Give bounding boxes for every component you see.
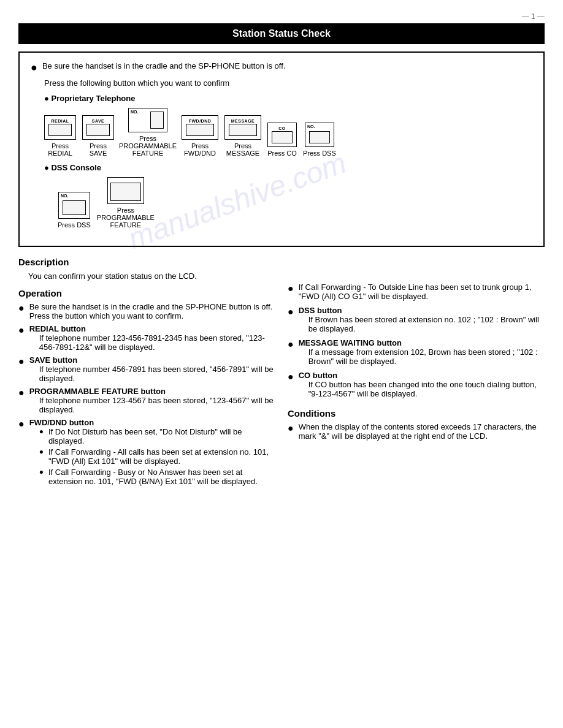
dss-console-label: ● DSS Console <box>44 163 532 172</box>
co-op-item: ● CO button If CO button has been change… <box>288 371 545 398</box>
redial-graphic: REDIAL <box>44 115 76 140</box>
dss-op-item: ● DSS button If Brown has been stored at… <box>288 306 545 333</box>
fwddnd-sub1: ● If Do Not Disturb has been set, "Do No… <box>39 427 275 446</box>
save-op-item: ● SAVE button If telephone number 456-78… <box>18 355 275 383</box>
bullet-icon: ● <box>288 422 294 434</box>
redial-button-item: REDIAL PressREDIAL <box>44 115 76 157</box>
redial-op-item: ● REDIAL button If telephone number 123-… <box>18 324 275 352</box>
operation-heading: Operation <box>18 288 275 298</box>
prog-op-label: PROGRAMMABLE FEATURE button <box>29 387 275 396</box>
save-op-label: SAVE button <box>29 355 275 365</box>
save-op-text: If telephone number 456-7891 has been st… <box>39 365 275 383</box>
co-caption: Press CO <box>267 150 297 157</box>
redial-op-label: REDIAL button <box>29 324 275 333</box>
prog-op-text: If telephone number 123-4567 bas been st… <box>39 396 275 414</box>
save-button-item: SAVE PressSAVE <box>82 115 114 157</box>
bullet-icon: ● <box>288 282 294 294</box>
description-heading: Description <box>18 257 275 267</box>
description-text: You can confirm your station status on t… <box>28 271 275 282</box>
intro-bullet: ● Be sure the handset is in the cradle a… <box>31 61 532 75</box>
co-button-item: CO Press CO <box>267 123 297 157</box>
save-caption: PressSAVE <box>90 142 107 157</box>
left-column: Description You can confirm your station… <box>18 257 275 490</box>
conditions-heading: Conditions <box>288 408 545 419</box>
co-op-label: CO button <box>299 371 545 380</box>
dss-buttons-row: NO. Press DSS PressPROGRAMMABLEFEATURE <box>58 177 532 229</box>
programmable-button-item: NO. PressPROGRAMMABLEFEATURE <box>120 108 175 157</box>
fwddnd-caption: PressFWD/DND <box>184 142 216 157</box>
dss-no-button-item: NO. Press DSS <box>58 192 91 229</box>
dss-no-caption: Press DSS <box>58 221 91 229</box>
dss-prog-caption: PressPROGRAMMABLEFEATURE <box>97 207 155 229</box>
save-graphic: SAVE <box>82 115 114 140</box>
fwddnd-outside-item: ● If Call Forwarding - To Outside Line h… <box>288 282 545 301</box>
bullet-icon: ● <box>288 371 294 382</box>
redial-inner <box>48 124 72 136</box>
message-inner <box>229 124 257 136</box>
prog-op-item: ● PROGRAMMABLE FEATURE button If telepho… <box>18 387 275 414</box>
bullet-icon: ● <box>39 468 44 476</box>
bullet-icon: ● <box>18 324 25 336</box>
co-graphic: CO <box>267 123 297 147</box>
message-graphic: MESSAGE <box>224 115 261 140</box>
co-inner <box>272 131 293 143</box>
intro-text: Be sure the handset is in the cradle and… <box>42 61 286 70</box>
dss-op-label: DSS button <box>299 306 545 315</box>
fwddnd-op-item: ● FWD/DND button ● If Do Not Disturb has… <box>18 418 275 488</box>
dss-graphic: NO. <box>305 123 334 147</box>
right-column: ● If Call Forwarding - To Outside Line h… <box>288 257 545 490</box>
fwddnd-button-item: FWD/DND PressFWD/DND <box>182 115 218 157</box>
bullet-icon: ● <box>18 302 25 314</box>
fwddnd-inner <box>186 124 214 136</box>
save-inner <box>86 124 110 136</box>
fwddnd-op-label: FWD/DND button <box>29 418 275 427</box>
bullet-icon: ● <box>39 427 44 436</box>
bullet-icon: ● <box>31 61 37 75</box>
proprietary-label: ● Proprietary Telephone <box>44 94 532 103</box>
conditions-item: ● When the display of the contents store… <box>288 422 545 441</box>
fwddnd-sub2: ● If Call Forwarding - All calls has bee… <box>39 447 275 466</box>
co-op-text: If CO button has been changed into the o… <box>308 380 545 398</box>
page-number: — 1 — <box>18 12 545 21</box>
fwddnd-graphic: FWD/DND <box>182 115 218 140</box>
instruction-box: ● Be sure the handset is in the cradle a… <box>18 51 545 247</box>
message-caption: PressMESSAGE <box>226 142 259 157</box>
bullet-icon: ● <box>288 338 294 350</box>
bullet-icon: ● <box>18 387 25 398</box>
redial-op-text: If telephone number 123-456-7891-2345 ha… <box>39 333 275 352</box>
dss-console-section: NO. Press DSS PressPROGRAMMABLEFEATURE <box>44 177 532 229</box>
dss-button-item: NO. Press DSS <box>303 123 336 157</box>
page-title: Station Status Check <box>18 23 545 44</box>
bullet-icon: ● <box>39 447 44 456</box>
message-button-item: MESSAGE PressMESSAGE <box>224 115 261 157</box>
redial-caption: PressREDIAL <box>48 142 72 157</box>
msgwaiting-op-text: If a message from extension 102, Brown h… <box>308 347 545 366</box>
dss-prog-button-item: PressPROGRAMMABLEFEATURE <box>97 177 155 229</box>
bullet-icon: ● <box>18 418 25 430</box>
msgwaiting-op-label: MESSAGE WAITING button <box>299 338 545 347</box>
msgwaiting-op-item: ● MESSAGE WAITING button If a message fr… <box>288 338 545 366</box>
dss-prog-graphic <box>107 177 144 204</box>
press-text: Press the following button which you wan… <box>44 78 532 88</box>
programmable-caption: PressPROGRAMMABLEFEATURE <box>119 135 177 157</box>
programmable-graphic: NO. <box>128 108 167 132</box>
dss-no-graphic: NO. <box>58 192 90 219</box>
fwddnd-sub3: ● If Call Forwarding - Busy or No Answer… <box>39 468 275 486</box>
bullet-icon: ● <box>288 306 294 317</box>
dss-caption: Press DSS <box>303 150 336 157</box>
dss-op-text: If Brown has been stored at extension no… <box>308 315 545 333</box>
bullet-icon: ● <box>18 355 25 367</box>
op-intro-item: ● Be sure the handset is in the cradle a… <box>18 302 275 320</box>
op-intro-text: Be sure the handset is in the cradle and… <box>29 302 273 320</box>
main-content: Description You can confirm your station… <box>18 257 545 490</box>
proprietary-buttons-row: REDIAL PressREDIAL SAVE PressSAVE NO. Pr… <box>44 108 532 157</box>
